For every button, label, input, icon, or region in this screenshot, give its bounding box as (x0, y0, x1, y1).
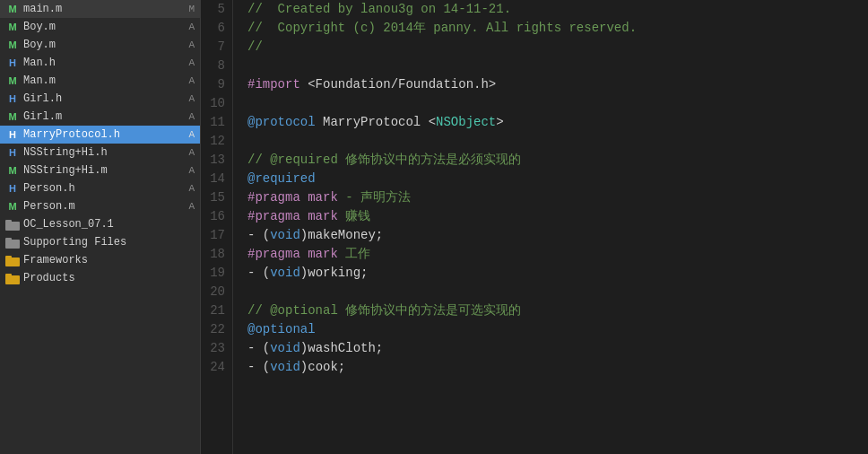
file-navigator[interactable]: M main.m M M Boy.m A M Boy.m A H Man.h A… (0, 0, 201, 454)
m-icon: M (5, 2, 20, 16)
sidebar-item-nsstring-hi-m[interactable]: M NSString+Hi.m A (0, 162, 200, 179)
sidebar-item-products[interactable]: Products (0, 269, 200, 287)
sidebar-item-girl-m[interactable]: M Girl.m A (0, 108, 200, 126)
sidebar-item-marry-protocol-h[interactable]: H MarryProtocol.h A (0, 126, 200, 144)
sidebar-item-supporting-files[interactable]: Supporting Files (0, 233, 200, 251)
sidebar-item-person-h[interactable]: H Person.h A (0, 179, 200, 197)
sidebar-item-nsstring-hi-h[interactable]: H NSString+Hi.h A (0, 144, 200, 162)
m-icon: M (5, 109, 20, 124)
sidebar-item-man-m[interactable]: M Man.m A (0, 72, 200, 90)
folder-yellow-icon (5, 271, 20, 285)
m-icon: M (5, 20, 20, 34)
m-icon: M (5, 199, 20, 214)
h-icon: H (5, 145, 20, 160)
code-text[interactable]: // Created by lanou3g on 14-11-21.// Cop… (233, 0, 868, 454)
svg-rect-5 (5, 256, 12, 259)
h-icon: H (5, 181, 20, 196)
sidebar-item-main-m[interactable]: M main.m M (0, 0, 200, 18)
svg-rect-1 (5, 220, 12, 223)
svg-rect-7 (5, 274, 12, 277)
folder-icon (5, 217, 20, 231)
m-icon: M (5, 74, 20, 88)
sidebar-item-boy-m-1[interactable]: M Boy.m A (0, 18, 200, 36)
h-icon: H (5, 56, 20, 70)
sidebar-item-man-h[interactable]: H Man.h A (0, 54, 200, 72)
sidebar-item-boy-m-2[interactable]: M Boy.m A (0, 36, 200, 54)
svg-rect-3 (5, 238, 12, 241)
line-numbers: 5 6 7 8 9 10 11 12 13 14 15 16 17 18 19 … (201, 0, 233, 454)
sidebar-item-girl-h[interactable]: H Girl.h A (0, 90, 200, 108)
code-editor[interactable]: 5 6 7 8 9 10 11 12 13 14 15 16 17 18 19 … (201, 0, 868, 454)
sidebar-item-oc-lesson-07[interactable]: OC_Lesson_07.1 (0, 215, 200, 233)
sidebar-item-person-m[interactable]: M Person.m A (0, 197, 200, 215)
folder-yellow-icon (5, 253, 20, 267)
m-icon: M (5, 38, 20, 52)
sidebar-item-frameworks[interactable]: Frameworks (0, 251, 200, 269)
m-icon: M (5, 163, 20, 178)
h-icon: H (5, 127, 20, 142)
h-icon: H (5, 92, 20, 106)
folder-icon (5, 235, 20, 249)
